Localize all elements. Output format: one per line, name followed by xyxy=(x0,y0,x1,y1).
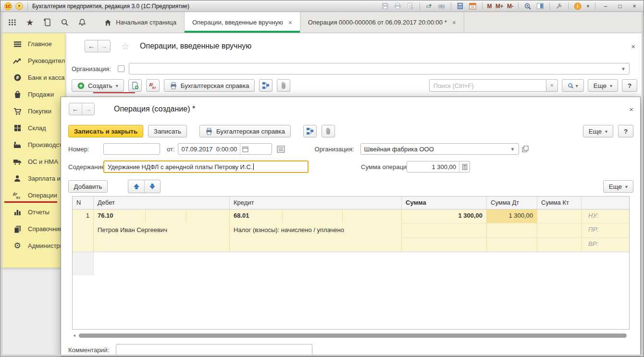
main-menu-icon[interactable]: ▼ xyxy=(15,2,23,10)
col-header-sum-kt[interactable]: Сумма Кт xyxy=(537,197,582,209)
forward-button[interactable]: → xyxy=(82,103,94,115)
sidebar-item-salary[interactable]: Зарплата и кадры xyxy=(0,170,65,187)
sum-kt-cell[interactable] xyxy=(537,209,582,223)
memory-minus-button[interactable]: M- xyxy=(507,3,513,10)
sum-sub-cell[interactable] xyxy=(402,223,487,237)
table-empty-area[interactable] xyxy=(73,252,629,329)
dt-kt-button[interactable]: ДтКт xyxy=(146,79,160,92)
search-clear-icon[interactable]: × xyxy=(546,79,558,92)
tab-close-icon[interactable]: × xyxy=(288,19,292,26)
sidebar-item-bank-cash[interactable]: ₽ Банк и касса xyxy=(0,69,65,86)
tab-operation-document[interactable]: Операция 0000-000006 от 06.09.2017 20:00… xyxy=(300,12,464,33)
preview-icon[interactable] xyxy=(406,2,415,11)
content-field[interactable]: Удержание НДФЛ с арендной платы Петрову … xyxy=(103,160,309,173)
sum-cell[interactable]: 1 300,00 xyxy=(402,209,487,223)
chevron-down-icon[interactable]: ▼ xyxy=(507,147,519,152)
sidebar-item-sales[interactable]: Продажи xyxy=(0,86,65,103)
service-wrench-icon[interactable] xyxy=(555,2,563,11)
tab-operations-list[interactable]: Операции, введенные вручную × xyxy=(185,12,300,33)
sidebar-item-production[interactable]: Производство xyxy=(0,136,65,153)
forward-button[interactable]: → xyxy=(98,40,110,52)
memory-button[interactable]: M xyxy=(487,3,492,10)
maximize-button[interactable]: □ xyxy=(615,3,625,10)
organization-filter-combo[interactable]: ▼ xyxy=(129,63,630,74)
back-button[interactable]: ← xyxy=(69,103,82,115)
list-form-close-icon[interactable]: × xyxy=(631,42,635,50)
move-up-icon[interactable] xyxy=(128,180,144,193)
move-down-icon[interactable] xyxy=(144,180,160,193)
tab-home[interactable]: Начальная страница xyxy=(97,12,185,33)
tab-close-icon[interactable]: × xyxy=(452,19,456,26)
scroll-left-icon[interactable]: ◄ xyxy=(72,333,79,338)
horizontal-scrollbar[interactable]: ◄ xyxy=(72,332,630,338)
sum-dt-sub-cell[interactable] xyxy=(487,237,537,252)
col-header-sum-dt[interactable]: Сумма Дт xyxy=(487,197,537,209)
search-button[interactable]: ▾ xyxy=(562,79,584,92)
sum-kt-sub-cell[interactable] xyxy=(537,237,582,252)
col-header-credit[interactable]: Кредит xyxy=(230,197,402,209)
sidebar-item-warehouse[interactable]: Склад xyxy=(0,120,65,136)
memory-plus-button[interactable]: M+ xyxy=(495,3,503,10)
open-item-icon[interactable] xyxy=(522,146,529,152)
calculator-picker-icon[interactable] xyxy=(459,161,470,172)
operation-sum-field[interactable]: 1 300,00 xyxy=(407,161,470,172)
row-number-cell[interactable]: 1 xyxy=(73,209,94,252)
save-and-close-button[interactable]: Записать и закрыть xyxy=(68,125,143,137)
scrollbar-thumb[interactable] xyxy=(79,333,627,338)
sum-dt-sub-cell[interactable] xyxy=(487,223,537,237)
save-icon[interactable] xyxy=(381,2,390,11)
comment-input[interactable] xyxy=(116,344,312,356)
favorite-star-icon[interactable]: ☆ xyxy=(121,41,129,52)
chevron-down-icon[interactable]: ▼ xyxy=(618,66,629,72)
credit-sub-cell[interactable] xyxy=(283,209,343,223)
date-field[interactable]: 07.09.2017 0:00:00 xyxy=(178,143,272,155)
col-header-n[interactable]: N xyxy=(73,197,94,209)
get-link-icon[interactable] xyxy=(425,2,433,11)
structure-button[interactable] xyxy=(259,79,272,92)
back-button[interactable]: ← xyxy=(85,40,98,52)
help-button[interactable]: ? xyxy=(622,79,637,92)
journal-list-icon[interactable] xyxy=(277,146,285,153)
sum-sub-cell[interactable] xyxy=(402,237,487,252)
accounting-note-button[interactable]: Бухгалтерская справка xyxy=(199,125,291,137)
help-button[interactable]: ? xyxy=(618,125,633,137)
organization-combo[interactable]: Швейная фабрика ООО ▼ xyxy=(360,143,519,155)
operation-form-close-icon[interactable]: × xyxy=(629,105,633,113)
table-row[interactable]: 1 76.10 68.01 1 300,00 1 300,00 НУ: Петр… xyxy=(73,209,629,252)
panels-icon[interactable] xyxy=(536,2,545,11)
attachments-button[interactable] xyxy=(277,79,290,92)
sum-dt-cell-selected[interactable]: 1 300,00 xyxy=(487,209,537,223)
zoom-icon[interactable] xyxy=(523,2,532,11)
more-button[interactable]: Еще▾ xyxy=(583,125,613,137)
credit-account-cell[interactable]: 68.01 xyxy=(230,209,283,223)
debit-sub-cell[interactable] xyxy=(186,209,230,223)
sidebar-item-main[interactable]: Главное xyxy=(0,36,65,52)
col-header-tax[interactable] xyxy=(582,197,629,209)
sum-kt-sub-cell[interactable] xyxy=(537,223,582,237)
debit-sub-cell[interactable] xyxy=(146,209,186,223)
apps-grid-icon[interactable] xyxy=(8,18,16,26)
calculator-icon[interactable] xyxy=(456,2,465,11)
save-button[interactable]: Записать xyxy=(148,125,187,137)
attachments-button[interactable] xyxy=(322,125,335,137)
print-icon[interactable] xyxy=(394,2,402,11)
col-header-debit[interactable]: Дебет xyxy=(94,197,230,209)
sidebar-item-administration[interactable]: ⚙ Администрирование xyxy=(0,237,65,254)
more-button[interactable]: Еще▾ xyxy=(588,79,618,92)
debit-analytics-cell[interactable]: Петров Иван Сергеевич xyxy=(94,223,230,252)
history-icon[interactable] xyxy=(43,18,51,26)
create-button[interactable]: Создать ▾ xyxy=(72,79,124,92)
sidebar-item-reports[interactable]: Отчеты xyxy=(0,204,65,221)
accounting-note-button[interactable]: Бухгалтерская справка xyxy=(164,79,255,92)
credit-sub-cell[interactable] xyxy=(343,209,402,223)
sidebar-item-purchases[interactable]: Покупки xyxy=(0,103,65,120)
debit-account-cell[interactable]: 76.10 xyxy=(94,209,146,223)
organization-filter-checkbox[interactable] xyxy=(118,65,124,72)
notifications-bell-icon[interactable] xyxy=(78,18,86,26)
info-dropdown-icon[interactable]: ▼ xyxy=(586,4,590,9)
sidebar-item-manager[interactable]: Руководителю xyxy=(0,52,65,69)
col-header-sum[interactable]: Сумма xyxy=(402,197,487,209)
search-input[interactable] xyxy=(429,79,546,92)
credit-analytics-cell[interactable]: Налог (взносы): начислено / уплачено xyxy=(230,223,402,252)
add-row-button[interactable]: Добавить xyxy=(68,180,108,193)
